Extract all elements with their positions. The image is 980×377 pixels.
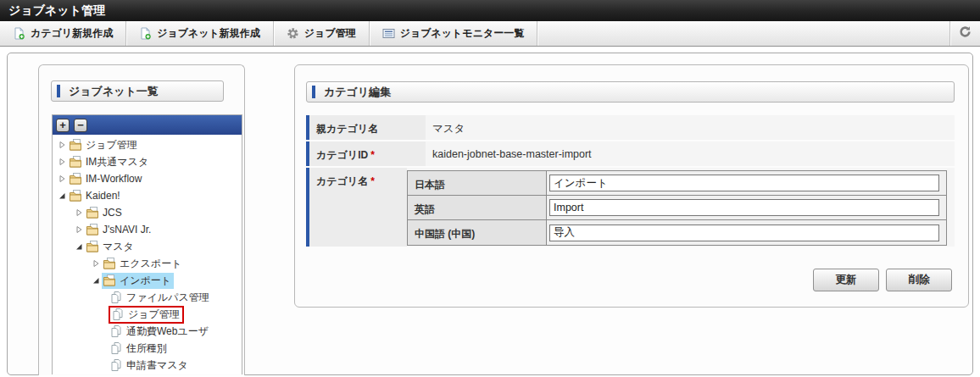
chevron-collapsed-icon[interactable]	[57, 157, 67, 167]
tree-node-label: インポート	[120, 274, 171, 288]
locale-row-english: 英語	[408, 196, 946, 220]
category-name-value-area: 日本語 英語 中国語 (中国)	[407, 168, 955, 247]
folder-icon	[69, 172, 82, 186]
delete-button[interactable]: 削除	[886, 269, 952, 291]
category-edit-header[interactable]: カテゴリ編集	[306, 81, 955, 103]
tree-body: ジョブ管理 IM共通マスタ IM-Workflow Kaiden! JCS J'	[53, 135, 242, 374]
tree-node-im-common-master[interactable]: IM共通マスタ	[53, 153, 242, 170]
jobnet-monitor-list-label: ジョブネットモニター一覧	[400, 26, 525, 41]
tree-toolbar: + −	[53, 115, 242, 135]
doc-add-icon	[13, 27, 25, 40]
parent-category-row: 親カテゴリ名 マスタ	[306, 115, 955, 140]
folder-icon	[69, 155, 82, 169]
tree-node-kaiden[interactable]: Kaiden!	[53, 187, 242, 204]
parent-category-label: 親カテゴリ名	[309, 115, 426, 140]
document-pages-icon	[109, 291, 123, 304]
english-name-input[interactable]	[549, 199, 939, 216]
chevron-collapsed-icon[interactable]	[57, 174, 67, 184]
toolbar: カテゴリ新規作成 ジョブネット新規作成 ジョブ管理 ジョブネットモニター一覧	[0, 21, 980, 47]
document-pages-icon	[109, 324, 123, 338]
tree-node-filepath-kanri[interactable]: ファイルパス管理	[53, 289, 242, 306]
chevron-collapsed-icon[interactable]	[91, 258, 101, 269]
folder-icon	[69, 138, 82, 152]
red-annotation-box: ジョブ管理	[109, 306, 184, 324]
document-pages-icon	[109, 341, 123, 355]
new-jobnet-label: ジョブネット新規作成	[157, 26, 260, 41]
category-name-row: カテゴリ名* 日本語 英語 中国語 (中国)	[306, 168, 955, 247]
locale-name-table: 日本語 英語 中国語 (中国)	[407, 170, 947, 246]
new-jobnet-button[interactable]: ジョブネット新規作成	[126, 21, 274, 46]
category-id-row: カテゴリID* kaiden-jobnet-base-master-import	[306, 141, 955, 166]
blue-accent-bar	[312, 86, 315, 98]
tree-node-label: エクスポート	[120, 257, 181, 271]
tree-node-label: 住所種別	[126, 341, 167, 356]
tree-node-label: Kaiden!	[86, 190, 120, 202]
folder-icon	[103, 257, 116, 270]
english-label: 英語	[408, 196, 547, 219]
jobnet-tree: + − ジョブ管理 IM共通マスタ IM-Workflow Kaiden!	[52, 114, 242, 374]
category-edit-form: 親カテゴリ名 マスタ カテゴリID* kaiden-jobnet-base-ma…	[306, 114, 955, 247]
page-title: ジョブネット管理	[0, 0, 980, 21]
new-category-label: カテゴリ新規作成	[31, 26, 113, 41]
toolbar-spacer	[537, 21, 949, 46]
tree-node-label: マスタ	[103, 240, 134, 254]
jobnet-monitor-list-button[interactable]: ジョブネットモニター一覧	[370, 21, 538, 46]
chevron-expanded-icon[interactable]	[91, 275, 101, 286]
tree-node-im-workflow[interactable]: IM-Workflow	[53, 170, 242, 187]
folder-icon	[86, 240, 99, 253]
locale-row-chinese: 中国語 (中国)	[408, 220, 946, 245]
tree-node-label: ジョブ管理	[128, 308, 180, 322]
expand-all-button[interactable]: +	[56, 119, 70, 132]
category-id-value: kaiden-jobnet-base-master-import	[426, 141, 955, 166]
jobnet-list-panel-header[interactable]: ジョブネット一覧	[51, 80, 224, 102]
tree-node-label: ジョブ管理	[86, 138, 137, 152]
form-actions: 更新 削除	[813, 269, 952, 291]
tree-node-label: J'sNAVI Jr.	[103, 224, 151, 236]
folder-icon	[86, 223, 99, 236]
new-category-button[interactable]: カテゴリ新規作成	[0, 21, 126, 46]
refresh-icon	[959, 25, 972, 42]
required-asterisk: *	[370, 175, 375, 187]
jobnet-list-panel: ジョブネット一覧 + − ジョブ管理 IM共通マスタ IM-Workflow K…	[38, 64, 245, 375]
category-name-label: カテゴリ名*	[309, 168, 407, 247]
job-management-button[interactable]: ジョブ管理	[274, 21, 370, 46]
collapse-all-button[interactable]: −	[74, 119, 87, 132]
gear-icon	[287, 27, 299, 40]
jobnet-list-title: ジョブネット一覧	[69, 84, 159, 99]
tree-node-commuter-web-user[interactable]: 通勤費Webユーザ	[53, 323, 242, 340]
refresh-button[interactable]	[949, 21, 980, 46]
tree-node-job-kanri-leaf[interactable]: ジョブ管理	[53, 306, 242, 323]
category-edit-title: カテゴリ編集	[324, 85, 391, 100]
chevron-expanded-icon[interactable]	[57, 191, 67, 201]
folder-icon	[69, 189, 82, 202]
tree-node-label: ファイルパス管理	[126, 291, 209, 305]
tree-node-jcs[interactable]: JCS	[53, 204, 242, 221]
required-asterisk: *	[370, 149, 375, 161]
update-button[interactable]: 更新	[813, 269, 879, 291]
tree-node-address-type[interactable]: 住所種別	[53, 340, 242, 357]
doc-add-icon	[139, 27, 152, 40]
tree-node-export[interactable]: エクスポート	[53, 255, 242, 272]
chinese-label: 中国語 (中国)	[408, 220, 547, 245]
folder-icon	[103, 274, 116, 287]
tree-node-job-kanri[interactable]: ジョブ管理	[53, 136, 242, 153]
tree-node-label: IM-Workflow	[86, 173, 142, 185]
tree-node-jsnavi[interactable]: J'sNAVI Jr.	[53, 221, 242, 238]
monitor-list-icon	[382, 27, 395, 40]
chevron-expanded-icon[interactable]	[74, 241, 84, 252]
document-pages-icon	[111, 308, 125, 321]
tree-node-master[interactable]: マスタ	[53, 238, 242, 255]
chevron-collapsed-icon[interactable]	[57, 140, 67, 150]
folder-icon	[86, 206, 99, 219]
tree-node-label: JCS	[103, 207, 122, 219]
chevron-collapsed-icon[interactable]	[74, 208, 84, 218]
chinese-name-input[interactable]	[549, 225, 939, 241]
japanese-name-input[interactable]	[549, 175, 939, 191]
tree-node-label: 通勤費Webユーザ	[126, 324, 209, 339]
category-id-label: カテゴリID*	[309, 141, 426, 166]
tree-node-application-master[interactable]: 申請書マスタ	[53, 357, 242, 374]
tree-node-import-selected[interactable]: インポート	[53, 272, 242, 289]
document-pages-icon	[109, 358, 123, 372]
category-edit-panel: カテゴリ編集 親カテゴリ名 マスタ カテゴリID* kaiden-jobnet-…	[294, 64, 969, 308]
chevron-collapsed-icon[interactable]	[74, 225, 84, 235]
